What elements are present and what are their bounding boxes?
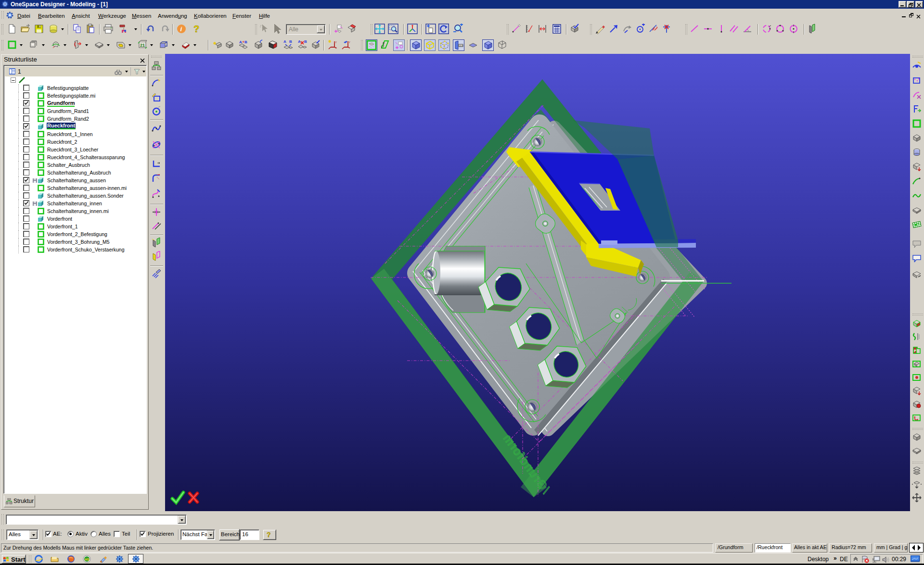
svg-text:Y: Y xyxy=(335,41,337,44)
svg-text:HS: HS xyxy=(85,558,90,561)
svg-text:ULN: ULN xyxy=(459,45,463,47)
svg-text:?: ? xyxy=(267,531,271,539)
svg-text:?: ? xyxy=(193,24,199,34)
svg-text:A: A xyxy=(283,39,286,44)
svg-text:B: B xyxy=(289,39,292,44)
svg-text:Y: Y xyxy=(348,41,350,44)
svg-text:P: P xyxy=(914,349,916,352)
svg-text:x: x xyxy=(335,46,337,49)
svg-text:i: i xyxy=(180,25,182,33)
svg-text:A: A xyxy=(239,40,242,44)
svg-text:A: A xyxy=(298,39,301,44)
svg-text:B: B xyxy=(244,40,247,44)
svg-text:B: B xyxy=(304,39,307,44)
svg-text:21: 21 xyxy=(140,43,145,48)
